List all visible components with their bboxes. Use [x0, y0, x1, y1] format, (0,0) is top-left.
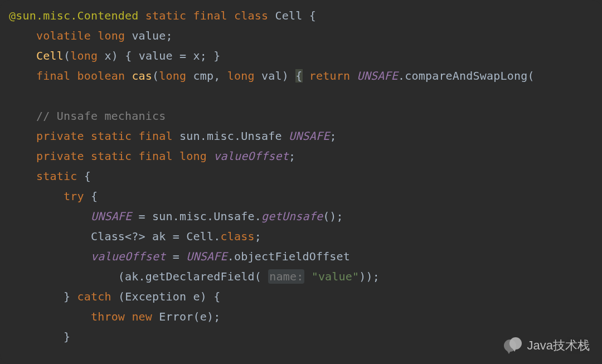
- field-unsafe: UNSAFE: [289, 129, 329, 143]
- catch-param: (Exception e): [118, 290, 207, 303]
- keyword-private: private: [36, 149, 84, 163]
- field-valueoffset: valueOffset: [213, 149, 289, 163]
- code-line-4: final boolean cas(long cmp, long val) { …: [9, 69, 535, 82]
- code-line-16: }: [9, 330, 70, 343]
- keyword-throw: throw: [91, 310, 125, 323]
- code-line-9: try {: [9, 190, 98, 203]
- code-line-blank: [9, 89, 16, 103]
- keyword-catch: catch: [77, 290, 111, 303]
- code-editor[interactable]: @sun.misc.Contended static final class C…: [0, 0, 602, 347]
- keyword-final: final: [139, 149, 173, 163]
- keyword-class: class: [221, 230, 255, 243]
- keyword-final: final: [36, 69, 70, 82]
- paren-open: (: [64, 49, 70, 62]
- brace-open: {: [309, 9, 316, 22]
- keyword-boolean: boolean: [77, 69, 125, 82]
- code-line-15: throw new Error(e);: [9, 310, 221, 323]
- code-line-2: volatile long value;: [9, 29, 173, 42]
- code-line-7: private static final long valueOffset;: [9, 149, 295, 163]
- type-unsafe: sun.misc.Unsafe: [179, 129, 282, 143]
- paren-open: (: [152, 69, 159, 82]
- keyword-try: try: [64, 190, 84, 203]
- keyword-return: return: [309, 69, 350, 82]
- assign: = sun.misc.Unsafe.: [132, 210, 261, 223]
- call-compareandswaplong: compareAndSwapLong(: [405, 69, 535, 82]
- code-line-12: valueOffset = UNSAFE.objectFieldOffset: [9, 250, 350, 263]
- assign: =: [166, 250, 187, 263]
- field-unsafe: UNSAFE: [186, 250, 227, 263]
- keyword-long: long: [227, 69, 255, 82]
- ctor-cell: Cell: [36, 49, 64, 62]
- code-line-10: UNSAFE = sun.misc.Unsafe.getUnsafe();: [9, 210, 343, 223]
- keyword-static: static: [91, 149, 132, 163]
- keyword-long: long: [70, 49, 98, 62]
- brace-open-hl: {: [295, 69, 302, 82]
- code-line-6: private static final sun.misc.Unsafe UNS…: [9, 129, 337, 143]
- param-val: val: [261, 69, 282, 82]
- call-objectfieldoffset: .objectFieldOffset: [227, 250, 350, 263]
- ident-value: value: [132, 29, 166, 42]
- class-name: Cell: [275, 9, 302, 22]
- keyword-long: long: [179, 149, 207, 163]
- code-line-13: (ak.getDeclaredField( name: "value"));: [9, 269, 380, 284]
- code-line-8: static {: [9, 169, 91, 183]
- keyword-static: static: [36, 169, 77, 183]
- paren-close: ): [111, 49, 118, 62]
- semicolon: ;: [255, 230, 261, 243]
- end: ();: [323, 210, 343, 223]
- param-hint-name: name:: [268, 269, 304, 284]
- brace-close: }: [64, 290, 70, 303]
- keyword-private: private: [36, 129, 84, 143]
- code-line-11: Class<?> ak = Cell.class;: [9, 230, 261, 243]
- comma: ,: [213, 69, 220, 82]
- method-cas: cas: [132, 69, 152, 82]
- keyword-new: new: [132, 310, 152, 323]
- semicolon: ;: [166, 29, 173, 42]
- brace-open: {: [84, 169, 91, 183]
- comment: // Unsafe mechanics: [36, 109, 166, 123]
- keyword-static: static: [145, 9, 186, 22]
- keyword-class: class: [234, 9, 268, 22]
- annotation: @sun.misc.Contended: [9, 9, 139, 22]
- param-x: x: [104, 49, 111, 62]
- code-line-1: @sun.misc.Contended static final class C…: [9, 9, 316, 22]
- field-unsafe: UNSAFE: [357, 69, 397, 82]
- keyword-static: static: [91, 129, 132, 143]
- keyword-final: final: [193, 9, 227, 22]
- call-getunsafe: getUnsafe: [261, 210, 323, 223]
- field-valueoffset: valueOffset: [91, 250, 166, 263]
- semicolon: ;: [289, 149, 295, 163]
- end: ));: [359, 270, 380, 283]
- brace-open: {: [213, 290, 220, 303]
- keyword-final: final: [139, 129, 173, 143]
- code-line-3: Cell(long x) { value = x; }: [9, 49, 221, 62]
- brace-close: }: [64, 330, 70, 343]
- field-unsafe: UNSAFE: [91, 210, 132, 223]
- keyword-long: long: [159, 69, 186, 82]
- keyword-volatile: volatile: [36, 29, 91, 42]
- paren-close: ): [282, 69, 289, 82]
- ctor-body: { value = x; }: [125, 49, 220, 62]
- keyword-long: long: [98, 29, 125, 42]
- class-decl: Class<?> ak = Cell.: [91, 230, 221, 243]
- brace-open: {: [91, 190, 98, 203]
- paren-content: (ak.getDeclaredField(: [118, 270, 261, 283]
- string-value: "value": [312, 270, 360, 283]
- dot: .: [398, 69, 405, 82]
- code-line-14: } catch (Exception e) {: [9, 290, 221, 303]
- error-ctor: Error(e): [159, 310, 213, 323]
- semicolon: ;: [329, 129, 336, 143]
- param-cmp: cmp: [193, 69, 214, 82]
- code-line-5: // Unsafe mechanics: [9, 109, 166, 123]
- semicolon: ;: [213, 310, 220, 323]
